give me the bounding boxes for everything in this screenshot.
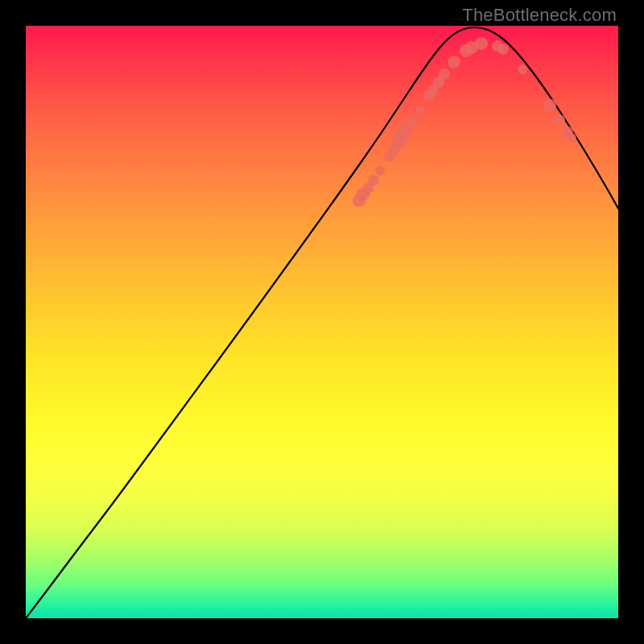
scatter-dots: [353, 37, 576, 207]
data-point: [567, 133, 576, 142]
data-point: [543, 99, 556, 112]
data-point: [407, 116, 418, 127]
watermark-text: TheBottleneck.com: [462, 5, 617, 26]
data-point: [439, 68, 450, 80]
data-point: [518, 64, 527, 74]
chart-svg: [26, 26, 618, 618]
data-point: [375, 166, 385, 175]
plot-area: [26, 26, 618, 618]
data-point: [554, 114, 565, 126]
data-point: [497, 43, 509, 55]
data-point: [475, 37, 488, 50]
chart-frame: TheBottleneck.com: [0, 0, 644, 644]
data-point: [448, 56, 460, 68]
data-point: [368, 175, 379, 186]
bottleneck-curve: [26, 27, 618, 618]
data-point: [415, 105, 425, 115]
